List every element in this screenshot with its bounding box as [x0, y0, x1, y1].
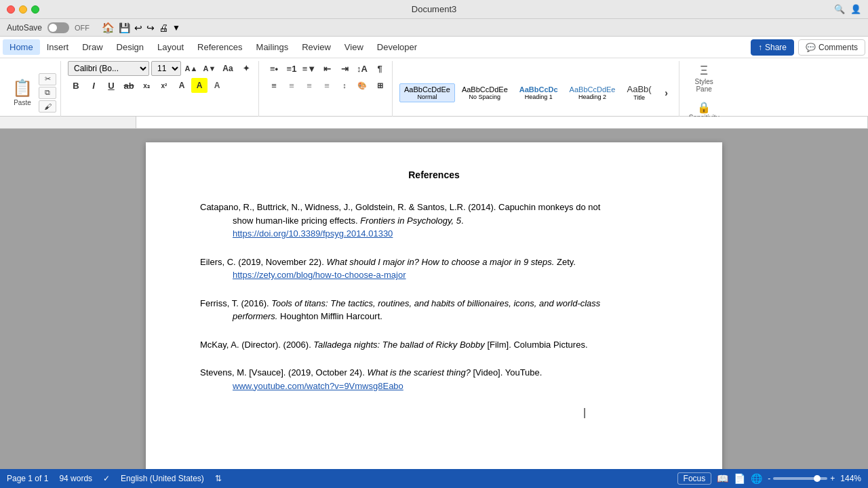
menu-developer[interactable]: Developer: [370, 39, 424, 55]
font-color-button[interactable]: A: [174, 78, 190, 93]
ref1-link[interactable]: https://doi.org/10.3389/fpsyg.2014.01330: [233, 228, 393, 239]
maximize-button[interactable]: [31, 5, 39, 14]
share-label: Share: [765, 43, 787, 52]
window-controls: [7, 5, 39, 14]
ref5-first-line: Stevens, M. [Vsauce]. (2019, October 24)…: [200, 366, 668, 380]
account-icon[interactable]: 👤: [850, 4, 861, 14]
word-count: 94 words: [59, 474, 92, 483]
format-painter-button[interactable]: 🖌: [39, 100, 56, 113]
menu-design[interactable]: Design: [110, 39, 151, 55]
align-right-button[interactable]: ≡: [301, 78, 317, 93]
decrease-indent-button[interactable]: ⇤: [319, 61, 335, 76]
superscript-button[interactable]: x²: [156, 78, 172, 93]
zoom-control: - +: [768, 474, 835, 483]
styles-group: AaBbCcDdEe Normal AaBbCcDdEe No Spacing …: [395, 61, 679, 124]
change-case-button[interactable]: Aa: [220, 61, 236, 76]
strikethrough-button[interactable]: ab: [121, 78, 137, 93]
increase-indent-button[interactable]: ⇥: [336, 61, 353, 76]
multilevel-list-button[interactable]: ≡▼: [301, 61, 317, 76]
copy-button[interactable]: ⧉: [39, 87, 56, 99]
menu-layout[interactable]: Layout: [151, 39, 191, 55]
ruler-inner: [136, 117, 868, 128]
style-title[interactable]: AaBb( Title: [622, 82, 656, 103]
view-print-icon[interactable]: 📄: [734, 473, 745, 484]
autosave-off-label: OFF: [75, 24, 90, 32]
ref1-link-line: https://doi.org/10.3389/fpsyg.2014.01330: [200, 227, 668, 241]
minimize-button[interactable]: [19, 5, 27, 14]
paste-button[interactable]: 📋 Paste: [8, 76, 37, 109]
style-heading1[interactable]: AaBbCcDc Heading 1: [515, 83, 563, 102]
ref1-continuation: show human-like pricing effects. Frontie…: [200, 214, 668, 228]
undo-icon[interactable]: ↩: [134, 22, 142, 33]
style-normal[interactable]: AaBbCcDdEe Normal: [399, 83, 455, 102]
home-icon[interactable]: 🏠: [102, 22, 115, 34]
search-icon[interactable]: 🔍: [834, 4, 845, 14]
cut-button[interactable]: ✂: [39, 73, 56, 85]
sort-button[interactable]: ↕A: [354, 61, 370, 76]
menu-bar: Home Insert Draw Design Layout Reference…: [0, 37, 868, 58]
menu-insert[interactable]: Insert: [40, 39, 76, 55]
align-left-button[interactable]: ≡: [266, 78, 282, 93]
menu-mailings[interactable]: Mailings: [250, 39, 296, 55]
decrease-font-button[interactable]: A▼: [201, 61, 218, 76]
borders-button[interactable]: ⊞: [372, 78, 388, 93]
font-group: Calibri (Bo... 11 A▲ A▼ Aa ✦ B I U ab x₂…: [64, 61, 259, 124]
view-read-icon[interactable]: 📖: [717, 473, 728, 484]
close-button[interactable]: [7, 5, 15, 14]
line-spacing-button[interactable]: ↕: [336, 78, 353, 93]
show-marks-button[interactable]: ¶: [372, 61, 388, 76]
paste-icon: 📋: [12, 79, 33, 98]
style-heading2[interactable]: AaBbCcDdEe Heading 2: [565, 83, 620, 102]
zoom-slider[interactable]: [773, 477, 827, 480]
share-button[interactable]: ↑ Share: [751, 39, 794, 56]
styles-pane-button[interactable]: Ξ Styles Pane: [687, 61, 721, 96]
styles-pane-group: Ξ Styles Pane 🔒 Sensitivity: [682, 61, 726, 124]
comments-button[interactable]: 💬 Comments: [798, 39, 865, 56]
menu-draw[interactable]: Draw: [75, 39, 109, 55]
bold-button[interactable]: B: [68, 78, 84, 93]
autosave-toggle[interactable]: [47, 22, 69, 33]
dropdown-icon[interactable]: ▼: [172, 23, 180, 33]
zoom-level[interactable]: 144%: [840, 474, 861, 483]
view-web-icon[interactable]: 🌐: [751, 473, 762, 484]
numbering-button[interactable]: ≡1: [283, 61, 300, 76]
ref3-first-line: Ferriss, T. (2016). Tools of titans: The…: [200, 297, 668, 310]
redo-icon[interactable]: ↪: [146, 22, 155, 33]
font-size-selector[interactable]: 11: [151, 61, 181, 76]
ref4-first-line: McKay, A. (Director). (2006). Talladega …: [200, 338, 668, 352]
shading-button[interactable]: 🎨: [354, 78, 370, 93]
text-effects-button[interactable]: A: [209, 78, 225, 93]
zoom-in-button[interactable]: +: [830, 474, 835, 483]
menu-review[interactable]: Review: [295, 39, 338, 55]
more-styles-button[interactable]: ›: [658, 85, 675, 100]
clear-formatting-button[interactable]: ✦: [238, 61, 254, 76]
font-family-selector[interactable]: Calibri (Bo...: [68, 61, 149, 76]
highlight-button[interactable]: A: [191, 78, 208, 93]
ref2-link[interactable]: https://zety.com/blog/how-to-choose-a-ma…: [233, 270, 406, 280]
menu-references[interactable]: References: [191, 39, 249, 55]
align-center-button[interactable]: ≡: [283, 78, 300, 93]
title-bar-right: 🔍 👤: [834, 4, 861, 14]
italic-button[interactable]: I: [85, 78, 102, 93]
bullets-button[interactable]: ≡•: [266, 61, 282, 76]
save-icon[interactable]: 💾: [119, 22, 130, 33]
justify-button[interactable]: ≡: [319, 78, 335, 93]
underline-button[interactable]: U: [103, 78, 119, 93]
subscript-button[interactable]: x₂: [138, 78, 155, 93]
ref5-link[interactable]: www.youtube.com/watch?v=9Vmwsg8Eabo: [233, 381, 403, 391]
proofing-icon[interactable]: ✓: [103, 474, 110, 483]
language[interactable]: English (United States): [121, 474, 204, 483]
title-bar: Document3 🔍 👤: [0, 0, 868, 19]
increase-font-button[interactable]: A▲: [183, 61, 199, 76]
zoom-out-button[interactable]: -: [768, 474, 770, 483]
menu-home[interactable]: Home: [3, 39, 40, 55]
menu-view[interactable]: View: [338, 39, 370, 55]
print-icon[interactable]: 🖨: [159, 22, 168, 33]
status-left: Page 1 of 1 94 words ✓ English (United S…: [7, 474, 222, 483]
focus-button[interactable]: Focus: [677, 472, 712, 485]
page[interactable]: References Catapano, R., Buttrick, N., W…: [146, 142, 722, 469]
document-area: References Catapano, R., Buttrick, N., W…: [0, 129, 868, 469]
accessibility-icon[interactable]: ⇅: [215, 474, 222, 483]
ref1-first-line: Catapano, R., Buttrick, N., Widness, J.,…: [200, 201, 668, 214]
style-no-spacing[interactable]: AaBbCcDdEe No Spacing: [457, 83, 513, 102]
